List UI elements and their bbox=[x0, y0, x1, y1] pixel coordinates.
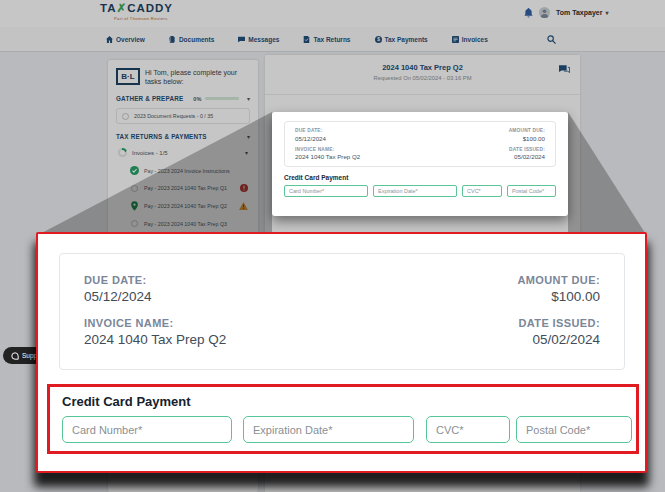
taxcaddy-app: TA✗CADDY Part of Thomson Reuters Tom Tax… bbox=[0, 0, 665, 492]
amount-due-value: $100.00 bbox=[517, 289, 600, 304]
invoice-summary-mini: DUE DATE: 05/12/2024 AMOUNT DUE: $100.00… bbox=[284, 121, 556, 167]
invoice-name-value: 2024 1040 Tax Prep Q2 bbox=[295, 153, 360, 160]
card-number-input-mini[interactable] bbox=[284, 185, 368, 197]
cvc-input-mini[interactable] bbox=[462, 185, 502, 197]
zoom-callout: DUE DATE: 05/12/2024 AMOUNT DUE: $100.00… bbox=[36, 232, 647, 473]
expiration-date-input[interactable] bbox=[243, 416, 414, 443]
credit-card-payment-highlight: Credit Card Payment bbox=[47, 384, 639, 454]
date-issued-value: 05/02/2024 bbox=[518, 332, 600, 347]
due-date-value: 05/12/2024 bbox=[84, 289, 152, 304]
cvc-input[interactable] bbox=[426, 416, 510, 443]
expiration-date-input-mini[interactable] bbox=[373, 185, 457, 197]
date-issued-label: DATE ISSUED: bbox=[518, 317, 600, 329]
invoice-name-label: INVOICE NAME: bbox=[295, 147, 360, 152]
invoice-card-mini: DUE DATE: 05/12/2024 AMOUNT DUE: $100.00… bbox=[272, 112, 568, 216]
amount-due-label: AMOUNT DUE: bbox=[517, 274, 600, 286]
card-number-input[interactable] bbox=[62, 416, 232, 443]
due-date-value: 05/12/2024 bbox=[295, 135, 326, 142]
credit-card-payment-title: Credit Card Payment bbox=[62, 394, 191, 409]
credit-card-payment-title: Credit Card Payment bbox=[284, 174, 556, 181]
due-date-label: DUE DATE: bbox=[84, 274, 152, 286]
invoice-summary: DUE DATE: 05/12/2024 AMOUNT DUE: $100.00… bbox=[59, 253, 625, 370]
date-issued-value: 05/02/2024 bbox=[509, 153, 545, 160]
credit-card-fields-mini bbox=[284, 185, 556, 197]
invoice-name-label: INVOICE NAME: bbox=[84, 317, 226, 329]
amount-due-value: $100.00 bbox=[509, 135, 545, 142]
amount-due-label: AMOUNT DUE: bbox=[509, 128, 545, 133]
due-date-label: DUE DATE: bbox=[295, 128, 326, 133]
date-issued-label: DATE ISSUED: bbox=[509, 147, 545, 152]
postal-code-input[interactable] bbox=[516, 416, 632, 443]
postal-code-input-mini[interactable] bbox=[507, 185, 556, 197]
chat-bubble-icon bbox=[11, 352, 19, 360]
invoice-name-value: 2024 1040 Tax Prep Q2 bbox=[84, 332, 226, 347]
